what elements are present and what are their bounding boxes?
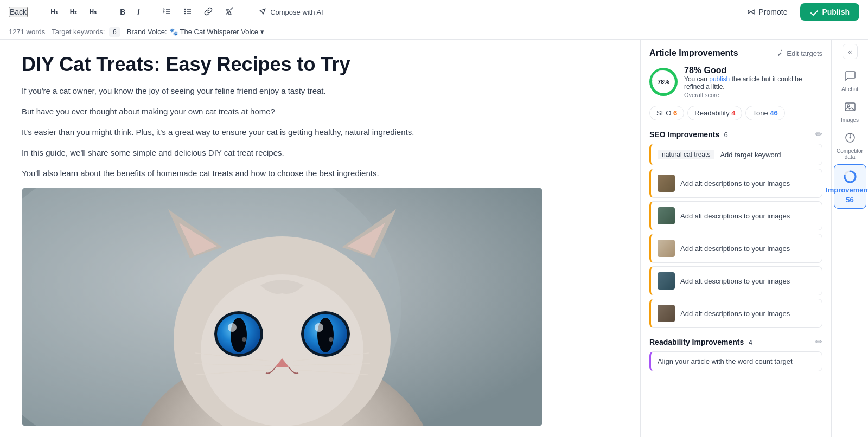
tone-tab[interactable]: Tone 46	[745, 106, 784, 120]
svg-point-9	[184, 8, 186, 9]
panel-title: Article Improvements	[649, 48, 738, 58]
ai-chat-strip-item[interactable]: AI chat	[834, 66, 866, 97]
main-toolbar: Back H₁ H₂ H₃ B I 1.2.3. Compose with AI…	[0, 0, 868, 24]
svg-text:3.: 3.	[163, 12, 165, 15]
svg-point-27	[228, 323, 237, 332]
item-thumb-1	[658, 175, 675, 192]
readability-tab[interactable]: Readability 4	[687, 106, 742, 120]
svg-point-11	[184, 12, 186, 14]
svg-point-28	[315, 323, 323, 332]
seo-section-header: SEO Improvements 6 ✏	[649, 129, 822, 139]
ordered-list-button[interactable]: 1.2.3.	[160, 5, 174, 19]
word-count: 1271 words	[9, 28, 45, 36]
brand-voice: Brand Voice: 🐾 The Cat Whisperer Voice ▾	[127, 28, 264, 36]
seo-item-2-text: Add alt descriptions to your images	[680, 212, 790, 220]
editor-para-2[interactable]: But have you ever thought about making y…	[22, 105, 618, 118]
article-image	[22, 188, 542, 426]
competitor-data-strip-item[interactable]: Competitordata	[834, 127, 866, 164]
item-thumb-4	[658, 272, 675, 290]
italic-button[interactable]: I	[135, 6, 142, 18]
back-button[interactable]: Back	[9, 7, 28, 17]
improvements-count: 56	[846, 196, 853, 204]
readability-section-header: Readability Improvements 4 ✏	[649, 337, 822, 347]
editor-para-4[interactable]: In this guide, we'll share some simple a…	[22, 146, 618, 159]
seo-edit-icon[interactable]: ✏	[815, 129, 822, 139]
unordered-list-button[interactable]	[181, 5, 195, 19]
sub-toolbar: 1271 words Target keywords: 6 Brand Voic…	[0, 24, 868, 40]
seo-item-keyword[interactable]: natural cat treats Add target keyword	[649, 144, 822, 165]
keyword-pill: natural cat treats	[658, 150, 714, 159]
icon-strip: « AI chat Images Competitordata	[831, 40, 868, 437]
readability-edit-icon[interactable]: ✏	[815, 337, 822, 347]
seo-section-title: SEO Improvements 6	[649, 130, 728, 139]
ai-chat-label: AI chat	[841, 86, 858, 92]
images-icon	[844, 101, 856, 115]
link-button[interactable]	[201, 5, 215, 19]
seo-item-4[interactable]: Add alt descriptions to your images	[649, 266, 822, 295]
svg-point-10	[184, 10, 186, 11]
score-tabs: SEO 6 Readability 4 Tone 46	[649, 106, 822, 120]
seo-item-1[interactable]: Add alt descriptions to your images	[649, 169, 822, 198]
seo-item-1-text: Add alt descriptions to your images	[680, 179, 790, 188]
score-description: You can publish the article but it could…	[684, 75, 822, 91]
separator-4	[245, 7, 245, 17]
collapse-button[interactable]: «	[843, 44, 858, 59]
readability-improvements-section: Readability Improvements 4 ✏ Align your …	[649, 337, 822, 371]
edit-targets-button[interactable]: Edit targets	[777, 49, 822, 57]
seo-item-2[interactable]: Add alt descriptions to your images	[649, 201, 822, 230]
improvements-progress-icon	[843, 169, 858, 184]
separator-2	[108, 7, 108, 17]
images-strip-item[interactable]: Images	[834, 97, 866, 127]
score-percent: 78%	[658, 79, 669, 85]
panel-header: Article Improvements Edit targets	[649, 48, 822, 58]
seo-improvements-section: SEO Improvements 6 ✏ natural cat treats …	[649, 129, 822, 328]
publish-link[interactable]: publish	[709, 75, 730, 83]
competitor-data-label: Competitordata	[837, 148, 863, 160]
item-thumb-5	[658, 305, 675, 322]
score-info: 78% Good You can publish the article but…	[684, 66, 822, 98]
editor-para-5[interactable]: You'll also learn about the benefits of …	[22, 167, 618, 180]
h1-button[interactable]: H₁	[48, 7, 61, 17]
competitor-data-icon	[844, 132, 856, 146]
ai-chat-icon	[844, 70, 856, 85]
bold-button[interactable]: B	[117, 6, 128, 18]
images-label: Images	[841, 117, 859, 123]
separator-3	[151, 7, 151, 17]
score-card: 78% 78% Good You can publish the article…	[649, 66, 822, 98]
seo-item-5[interactable]: Add alt descriptions to your images	[649, 299, 822, 328]
h2-button[interactable]: H₂	[67, 7, 80, 17]
score-circle: 78%	[649, 68, 678, 96]
article-title[interactable]: DIY Cat Treats: Easy Recipes to Try	[22, 53, 618, 76]
compose-ai-button[interactable]: Compose with AI	[254, 5, 328, 18]
seo-tab[interactable]: SEO 6	[649, 106, 684, 120]
sidebar: Article Improvements Edit targets 78% 78…	[640, 40, 868, 437]
readability-item-1-text: Align your article with the word count t…	[658, 357, 793, 365]
svg-point-26	[317, 318, 334, 352]
keyword-item-text: Add target keyword	[720, 151, 781, 159]
editor-para-1[interactable]: If you're a cat owner, you know the joy …	[22, 85, 618, 98]
readability-item-1[interactable]: Align your article with the word count t…	[649, 351, 822, 371]
editor[interactable]: DIY Cat Treats: Easy Recipes to Try If y…	[0, 40, 640, 437]
improvements-panel: Article Improvements Edit targets 78% 78…	[641, 40, 831, 437]
separator-1	[39, 7, 39, 17]
clear-format-button[interactable]	[222, 5, 236, 19]
readability-section-title-wrap: Readability Improvements 4	[649, 337, 752, 347]
main-area: DIY Cat Treats: Easy Recipes to Try If y…	[0, 40, 868, 437]
item-thumb-3	[658, 240, 675, 257]
item-thumb-2	[658, 207, 675, 224]
publish-button[interactable]: Publish	[800, 3, 859, 21]
svg-point-25	[231, 318, 247, 352]
target-keywords-count[interactable]: 6	[109, 27, 120, 37]
h3-button[interactable]: H₃	[86, 7, 99, 17]
promote-button[interactable]: Promote	[741, 4, 794, 20]
improvements-strip-item[interactable]: Improvements 56	[834, 164, 866, 209]
seo-item-4-text: Add alt descriptions to your images	[680, 277, 790, 285]
editor-para-3[interactable]: It's easier than you might think. Plus, …	[22, 126, 618, 139]
seo-item-5-text: Add alt descriptions to your images	[680, 310, 790, 318]
svg-point-29	[242, 337, 246, 342]
seo-item-3-text: Add alt descriptions to your images	[680, 245, 790, 253]
target-keywords-label: Target keywords: 6	[52, 28, 120, 36]
svg-point-39	[847, 105, 850, 107]
overall-score-label: Overall score	[684, 92, 822, 98]
seo-item-3[interactable]: Add alt descriptions to your images	[649, 234, 822, 263]
